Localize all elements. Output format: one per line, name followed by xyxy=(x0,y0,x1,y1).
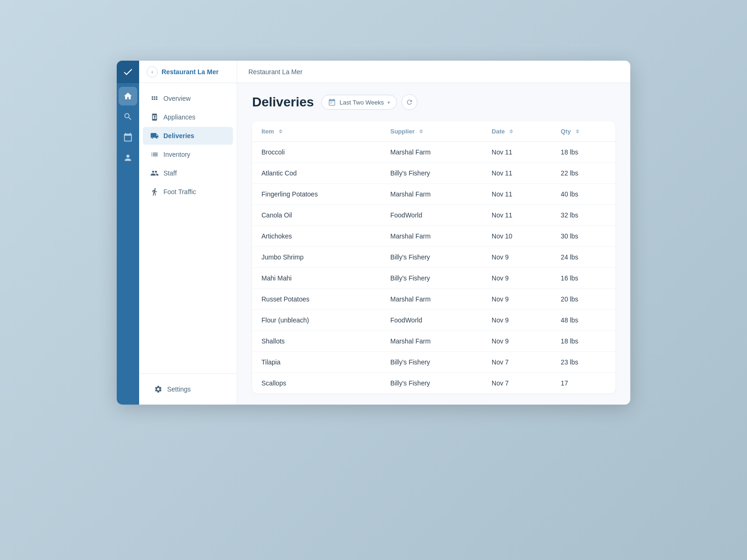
icon-rail xyxy=(117,61,139,405)
cell-item-4: Artichokes xyxy=(252,226,381,247)
sidebar-label-deliveries: Deliveries xyxy=(163,132,194,140)
appliances-icon xyxy=(150,113,159,121)
calendar-icon xyxy=(123,133,133,142)
sort-arrows-qty xyxy=(576,129,579,133)
cell-qty-6: 16 lbs xyxy=(551,268,615,289)
table-row[interactable]: Russet Potatoes Marshal Farm Nov 9 20 lb… xyxy=(252,289,615,310)
cell-qty-7: 20 lbs xyxy=(551,289,615,310)
app-logo[interactable] xyxy=(117,61,139,83)
cell-supplier-2: Marshal Farm xyxy=(381,184,482,205)
sort-arrows-item xyxy=(279,129,282,133)
deliveries-table-container: Item Supplier xyxy=(252,121,615,393)
sidebar-item-staff[interactable]: Staff xyxy=(143,164,233,182)
table-row[interactable]: Canola Oil FoodWorld Nov 11 32 lbs xyxy=(252,205,615,226)
main-body: Deliveries Last Two Weeks ▾ xyxy=(237,83,630,405)
cell-qty-5: 24 lbs xyxy=(551,247,615,268)
table-row[interactable]: Atlantic Cod Billy's Fishery Nov 11 22 l… xyxy=(252,163,615,184)
sidebar-label-settings: Settings xyxy=(167,385,191,393)
cell-qty-1: 22 lbs xyxy=(551,163,615,184)
cell-date-5: Nov 9 xyxy=(482,247,551,268)
cell-supplier-8: FoodWorld xyxy=(381,310,482,331)
cell-qty-8: 48 lbs xyxy=(551,310,615,331)
settings-icon xyxy=(154,385,162,393)
refresh-icon xyxy=(406,98,413,106)
cell-qty-9: 18 lbs xyxy=(551,331,615,352)
collapse-icon: ‹ xyxy=(151,69,153,75)
main-content: Restaurant La Mer Deliveries Last Two We… xyxy=(237,61,630,405)
collapse-button[interactable]: ‹ xyxy=(147,66,158,77)
cell-supplier-9: Marshal Farm xyxy=(381,331,482,352)
table-row[interactable]: Jumbo Shrimp Billy's Fishery Nov 9 24 lb… xyxy=(252,247,615,268)
inventory-icon xyxy=(150,150,159,159)
cell-supplier-11: Billy's Fishery xyxy=(381,373,482,394)
staff-icon xyxy=(150,169,159,177)
cell-date-11: Nov 7 xyxy=(482,373,551,394)
cell-date-3: Nov 11 xyxy=(482,205,551,226)
column-supplier[interactable]: Supplier xyxy=(381,121,482,142)
cell-item-1: Atlantic Cod xyxy=(252,163,381,184)
table-row[interactable]: Artichokes Marshal Farm Nov 10 30 lbs xyxy=(252,226,615,247)
rail-search[interactable] xyxy=(119,107,137,126)
sidebar-item-appliances[interactable]: Appliances xyxy=(143,108,233,126)
cell-item-7: Russet Potatoes xyxy=(252,289,381,310)
cell-supplier-1: Billy's Fishery xyxy=(381,163,482,184)
sidebar-nav: Overview Appliances Deliveries Inventory xyxy=(139,83,237,373)
table-header: Item Supplier xyxy=(252,121,615,142)
cell-item-8: Flour (unbleach) xyxy=(252,310,381,331)
table-row[interactable]: Tilapia Billy's Fishery Nov 7 23 lbs xyxy=(252,352,615,373)
calendar-filter-icon xyxy=(328,98,336,106)
cell-supplier-10: Billy's Fishery xyxy=(381,352,482,373)
sort-arrows-supplier xyxy=(419,129,423,133)
table-row[interactable]: Fingerling Potatoes Marshal Farm Nov 11 … xyxy=(252,184,615,205)
cell-date-8: Nov 9 xyxy=(482,310,551,331)
column-qty[interactable]: Qty xyxy=(551,121,615,142)
cell-supplier-5: Billy's Fishery xyxy=(381,247,482,268)
sidebar-item-settings[interactable]: Settings xyxy=(147,380,229,398)
rail-calendar[interactable] xyxy=(119,128,137,147)
cell-date-4: Nov 10 xyxy=(482,226,551,247)
refresh-button[interactable] xyxy=(402,94,417,110)
table-row[interactable]: Broccoli Marshal Farm Nov 11 18 lbs xyxy=(252,142,615,163)
cell-date-7: Nov 9 xyxy=(482,289,551,310)
table-row[interactable]: Shallots Marshal Farm Nov 9 18 lbs xyxy=(252,331,615,352)
sidebar-item-deliveries[interactable]: Deliveries xyxy=(143,127,233,145)
sidebar-header: ‹ Restaurant La Mer xyxy=(139,61,237,83)
table-row[interactable]: Scallops Billy's Fishery Nov 7 17 xyxy=(252,373,615,394)
column-date[interactable]: Date xyxy=(482,121,551,142)
table-row[interactable]: Mahi Mahi Billy's Fishery Nov 9 16 lbs xyxy=(252,268,615,289)
main-header: Restaurant La Mer xyxy=(237,61,630,83)
rail-user[interactable] xyxy=(119,148,137,167)
cell-date-1: Nov 11 xyxy=(482,163,551,184)
filter-bar: Last Two Weeks ▾ xyxy=(321,94,417,110)
cell-supplier-3: FoodWorld xyxy=(381,205,482,226)
foot-traffic-icon xyxy=(150,188,159,196)
cell-item-6: Mahi Mahi xyxy=(252,268,381,289)
sidebar-item-inventory[interactable]: Inventory xyxy=(143,146,233,163)
date-filter-button[interactable]: Last Two Weeks ▾ xyxy=(321,95,397,110)
rail-home[interactable] xyxy=(119,87,137,105)
sidebar-item-overview[interactable]: Overview xyxy=(143,90,233,107)
table-row[interactable]: Flour (unbleach) FoodWorld Nov 9 48 lbs xyxy=(252,310,615,331)
user-icon xyxy=(123,153,133,162)
column-item[interactable]: Item xyxy=(252,121,381,142)
sort-arrows-date xyxy=(509,129,513,133)
cell-date-0: Nov 11 xyxy=(482,142,551,163)
sidebar-label-overview: Overview xyxy=(163,95,190,102)
restaurant-name: Restaurant La Mer xyxy=(162,68,218,76)
header-restaurant-name: Restaurant La Mer xyxy=(248,68,303,76)
chevron-down-icon: ▾ xyxy=(388,100,390,105)
cell-item-3: Canola Oil xyxy=(252,205,381,226)
sidebar-settings-section: Settings xyxy=(139,373,237,405)
app-shell: ‹ Restaurant La Mer Overview Appliances xyxy=(117,61,630,405)
logo-icon xyxy=(122,66,134,77)
cell-qty-4: 30 lbs xyxy=(551,226,615,247)
cell-qty-10: 23 lbs xyxy=(551,352,615,373)
cell-supplier-6: Billy's Fishery xyxy=(381,268,482,289)
cell-qty-11: 17 xyxy=(551,373,615,394)
sidebar-label-inventory: Inventory xyxy=(163,151,190,158)
sidebar-item-foot-traffic[interactable]: Foot Traffic xyxy=(143,183,233,201)
table-body: Broccoli Marshal Farm Nov 11 18 lbs Atla… xyxy=(252,142,615,394)
cell-date-6: Nov 9 xyxy=(482,268,551,289)
cell-item-2: Fingerling Potatoes xyxy=(252,184,381,205)
cell-date-10: Nov 7 xyxy=(482,352,551,373)
